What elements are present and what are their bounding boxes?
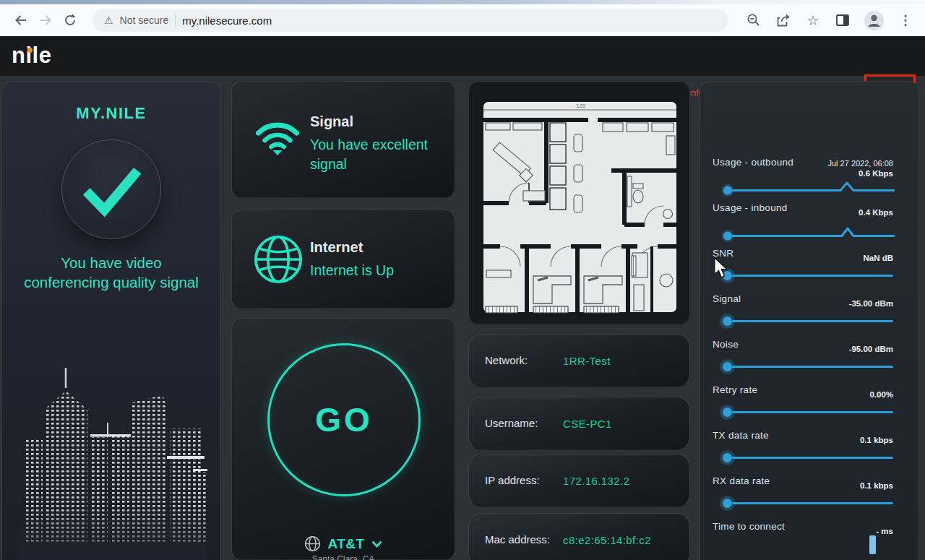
metric-value: -95.00 dBm [849, 345, 893, 353]
network-info-card: Network: 1RR-Test [468, 334, 690, 387]
metric-value: NaN dB [863, 254, 893, 262]
tx-data-rate-slider[interactable] [719, 452, 893, 464]
time-to-connect-bar [869, 535, 876, 554]
metric-label: Retry rate [713, 384, 757, 395]
share-button[interactable] [775, 12, 791, 28]
rx-data-rate-slider[interactable] [719, 497, 893, 509]
usage-outbound-sparkline [719, 181, 895, 197]
bookmark-button[interactable]: ☆ [805, 12, 821, 28]
retry-rate-slider[interactable] [719, 406, 893, 418]
metric-retry-rate: Retry rate 0.00% [713, 384, 893, 430]
status-check-circle [61, 139, 161, 239]
metric-value: -35.00 dBm [849, 299, 893, 308]
reload-button[interactable] [58, 8, 82, 33]
side-panel-icon [835, 12, 851, 28]
metric-value: 0.4 Kbps [859, 208, 893, 217]
go-button-label: GO [315, 400, 373, 439]
chevron-down-icon [371, 540, 382, 548]
side-panel-button[interactable] [835, 12, 851, 28]
metric-snr: SNR NaN dB [713, 248, 893, 293]
nile-logo: nile [12, 43, 51, 69]
metric-tx-data-rate: TX data rate 0.1 kbps [713, 430, 893, 475]
slider-track [732, 366, 893, 368]
floorplan-drawing: 120 [480, 98, 680, 316]
metrics-list: Usage - outbound Jul 27 2022, 06:08 0.6 … [713, 157, 893, 560]
mac-address-info-card: Mac address: c8:e2:65:14:bf:c2 [468, 513, 690, 560]
internet-card-title: Internet [310, 239, 363, 256]
slider-track [732, 457, 893, 459]
browser-menu-button[interactable]: ⋮ [898, 12, 913, 28]
panel-title: MY.NILE [2, 104, 220, 123]
slider-thumb[interactable] [723, 453, 732, 462]
noise-slider[interactable] [719, 361, 893, 373]
url-text: my.nilesecure.com [182, 14, 272, 27]
back-button[interactable] [9, 8, 33, 33]
metric-rx-data-rate: RX data rate 0.1 kbps [713, 475, 893, 521]
signal-card-message: You have excellent signal [310, 135, 451, 174]
metric-usage-inbound: Usage - inbound 0.4 Kbps [713, 202, 893, 248]
mouse-cursor [713, 257, 731, 279]
usage-inbound-slider[interactable] [719, 226, 893, 238]
floorplan-image: 120 [480, 98, 680, 316]
metric-label: Signal [713, 293, 741, 304]
metric-time-to-connect: Time to connect - ms [713, 521, 893, 560]
metric-label: RX data rate [713, 475, 770, 486]
usage-outbound-slider[interactable] [719, 181, 893, 193]
internet-card: Internet Internet is Up [231, 210, 455, 309]
metric-value: 0.1 kbps [860, 481, 893, 490]
person-icon [864, 11, 884, 30]
wifi-icon [255, 119, 300, 155]
share-icon [775, 12, 791, 28]
forward-button[interactable] [33, 8, 58, 33]
provider-globe-icon [304, 535, 321, 552]
go-button[interactable]: GO [267, 343, 421, 496]
ip-address-value: 172.16.132.2 [563, 475, 629, 487]
slider-thumb[interactable] [723, 499, 732, 508]
username-info-card: Username: CSE-PC1 [468, 397, 690, 450]
ip-address-info-card: IP address: 172.16.132.2 [468, 454, 690, 507]
globe-icon [252, 233, 304, 285]
metric-value: 0.00% [869, 390, 893, 399]
reload-icon [63, 13, 77, 27]
app-window: ⚠ Not secure my.nilesecure.com [0, 0, 925, 560]
checkmark-icon [77, 160, 146, 219]
security-label: Not secure [120, 14, 169, 26]
signal-card: Signal You have excellent signal [231, 81, 455, 198]
profile-avatar[interactable] [864, 11, 884, 30]
internet-card-message: Internet is Up [310, 261, 451, 280]
metrics-panel: Usage - outbound Jul 27 2022, 06:08 0.6 … [700, 81, 919, 560]
slider-track [732, 320, 893, 322]
slider-thumb[interactable] [723, 408, 732, 417]
logo-orange-dot [27, 48, 33, 53]
mac-address-value: c8:e2:65:14:bf:c2 [563, 534, 651, 546]
metric-noise: Noise -95.00 dBm [713, 339, 893, 384]
ip-address-label: IP address: [485, 473, 563, 488]
zoom-out-icon [746, 12, 762, 28]
metric-label: Usage - outbound [713, 157, 793, 168]
metric-tooltip-date: Jul 27 2022, 06:08 [827, 159, 893, 168]
address-bar[interactable]: ⚠ Not secure my.nilesecure.com [92, 9, 728, 32]
provider-selector[interactable]: AT&T [232, 535, 455, 552]
slider-track [732, 411, 893, 413]
metric-label: TX data rate [713, 430, 769, 441]
signal-card-title: Signal [310, 113, 353, 130]
metric-value: 0.1 kbps [860, 436, 893, 444]
signal-slider[interactable] [719, 315, 893, 327]
back-arrow-icon [14, 13, 28, 27]
status-message: You have video conferencing quality sign… [24, 254, 199, 292]
zoom-out-button[interactable] [746, 12, 762, 28]
not-secure-warning-icon: ⚠ [104, 14, 113, 26]
slider-thumb[interactable] [723, 362, 732, 371]
metric-label: Noise [713, 339, 739, 350]
kebab-menu-icon: ⋮ [899, 12, 912, 28]
metric-label: Usage - inbound [713, 202, 788, 213]
provider-location: Santa Clara, CA [232, 554, 455, 560]
site-header: nile Click on this to get advanced infor… [0, 36, 925, 76]
svg-text:120: 120 [576, 103, 586, 109]
go-card: GO AT&T Santa Clara, CA [231, 318, 455, 560]
slider-thumb[interactable] [723, 316, 732, 326]
forward-arrow-icon [38, 13, 53, 27]
address-divider [175, 14, 176, 26]
floorplan-card: 120 [468, 81, 690, 325]
snr-slider[interactable] [719, 270, 893, 282]
